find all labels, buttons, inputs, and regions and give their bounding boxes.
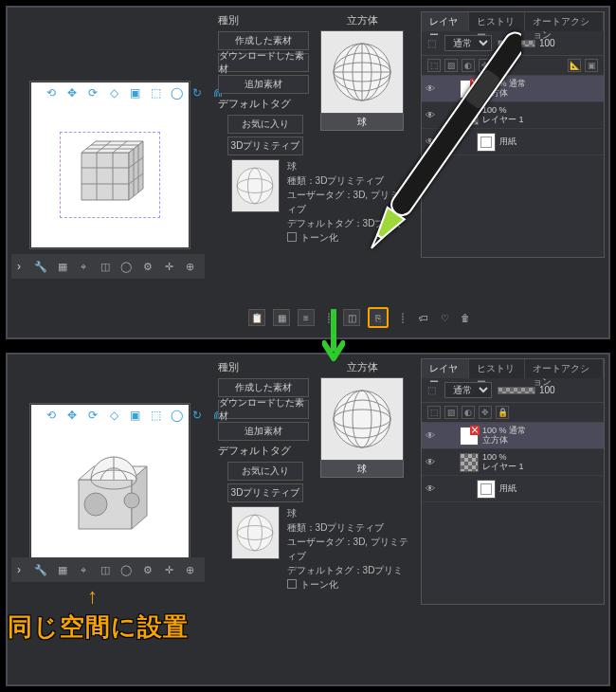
tone-checkbox[interactable] [287,579,297,589]
visibility-icon[interactable]: 👁 [426,483,439,494]
tab-autoaction[interactable]: オートアクション [525,12,604,31]
svg-point-37 [237,515,273,551]
manipulator-icon[interactable]: ⟲ [45,86,58,100]
cube-icon[interactable]: ⬚ [149,409,162,422]
3d-primitive-button[interactable]: 3Dプリミティブ [227,483,303,502]
visibility-icon[interactable]: 👁 [426,110,439,120]
layer-row-cube[interactable]: 👁 100 % 通常立方体 [422,76,604,102]
lock-pos-icon[interactable]: ✥ [479,406,492,419]
material-thumb-sphere[interactable] [320,30,404,114]
cube-icon[interactable]: ⬚ [149,86,162,100]
sphere-icon[interactable]: ◯ [170,409,183,422]
lock-pos-icon[interactable]: ✥ [479,59,492,72]
rotate-icon[interactable]: ⟳ [86,409,100,422]
action-list-icon[interactable]: ≡ [298,309,315,326]
visibility-icon[interactable]: 👁 [426,137,439,147]
blend-mode-select[interactable]: 通常 [444,382,492,398]
tool-circle-icon[interactable]: ◯ [119,259,134,274]
tool-grid-icon[interactable]: ▦ [56,562,70,577]
tool-cross-icon[interactable]: ✛ [162,259,176,274]
lock-alpha-icon[interactable]: ◐ [462,59,475,72]
favorites-button[interactable]: お気に入り [227,115,303,134]
mask-toggle-icon[interactable]: ▣ [585,59,598,72]
created-materials-button[interactable]: 作成した素材 [218,378,309,397]
action-paste-icon[interactable]: 📋 [248,309,265,326]
preview-footer[interactable]: 球 [320,114,404,131]
tool-grid-icon[interactable]: ▦ [56,259,70,274]
move-icon[interactable]: ✥ [65,86,79,100]
scale-icon[interactable]: ◇ [107,86,120,100]
action-heart-icon[interactable]: ♡ [438,309,451,326]
lock-pixel-icon[interactable]: ▨ [444,406,458,419]
svg-point-31 [124,493,139,508]
rotate-icon[interactable]: ⟳ [86,86,100,100]
tone-checkbox[interactable] [287,232,297,242]
tool-focus-icon[interactable]: ⌖ [77,562,91,577]
created-materials-button[interactable]: 作成した素材 [218,31,309,50]
tool-gear-icon[interactable]: ⚙ [141,562,155,577]
cube-with-sphere-object[interactable] [58,442,162,550]
lock-none-icon[interactable]: ⬚ [427,59,441,72]
tool-wrench-icon[interactable]: 🔧 [34,259,48,274]
opacity-slider[interactable] [498,387,535,394]
sphere-icon[interactable]: ◯ [170,86,183,100]
lock-none-icon[interactable]: ⬚ [427,406,441,419]
refresh-icon[interactable]: ↻ [190,409,204,422]
scale-icon[interactable]: ◇ [107,409,120,422]
downloaded-materials-button[interactable]: ダウンロードした素材 [218,400,309,419]
preview-footer[interactable]: 球 [320,461,404,478]
blend-mode-select[interactable]: 通常 [444,35,492,51]
move-icon[interactable]: ✥ [65,409,79,422]
lock-pixel-icon[interactable]: ▨ [444,59,458,72]
tab-history[interactable]: ヒストリー [469,12,524,31]
tool-box-icon[interactable]: ◫ [99,259,113,274]
tool-cross-icon[interactable]: ✛ [162,562,176,577]
extra-materials-button[interactable]: 追加素材 [218,75,309,94]
action-grid-icon[interactable]: ▦ [273,309,290,326]
lock-all-icon[interactable]: 🔒 [496,59,509,72]
expand-chevron[interactable]: › [11,557,27,582]
tool-globe-icon[interactable]: ⊕ [184,562,198,577]
refresh-icon[interactable]: ↻ [190,86,204,100]
layer-row-paper[interactable]: 👁 用紙 [422,129,604,155]
action-box-icon[interactable]: ◫ [343,309,360,326]
favorites-button[interactable]: お気に入り [227,462,303,481]
layer-row-layer1[interactable]: 👁 100 %レイヤー 1 [422,102,604,129]
expand-chevron[interactable]: › [11,254,27,279]
camera-icon[interactable]: ▣ [128,86,141,100]
downloaded-materials-button[interactable]: ダウンロードした素材 [218,53,309,72]
tab-layers[interactable]: レイヤー [422,359,469,378]
tab-autoaction[interactable]: オートアクション [525,359,604,378]
visibility-icon[interactable]: 👁 [426,83,439,94]
opacity-slider[interactable] [498,40,535,47]
tool-globe-icon[interactable]: ⊕ [184,259,198,274]
camera-icon[interactable]: ▣ [128,409,141,422]
visibility-icon[interactable]: 👁 [426,430,439,441]
tool-wrench-icon[interactable]: 🔧 [34,562,48,577]
tool-circle-icon[interactable]: ◯ [119,562,134,577]
tab-layers[interactable]: レイヤー [422,12,469,31]
action-tag-icon[interactable]: 🏷 [417,309,430,326]
extra-materials-button[interactable]: 追加素材 [218,422,309,441]
prop-usertag: ユーザータグ：3D, プリミティブ [287,535,413,563]
svg-point-32 [334,391,390,447]
tool-box-icon[interactable]: ◫ [99,562,113,577]
3d-primitive-button[interactable]: 3Dプリミティブ [227,137,303,155]
tool-gear-icon[interactable]: ⚙ [141,259,155,274]
add-to-scene-button[interactable]: ⎘ [368,307,389,328]
layer-row-layer1[interactable]: 👁 100 %レイヤー 1 [422,449,604,476]
tab-history[interactable]: ヒストリー [469,359,524,378]
layer-row-cube[interactable]: 👁 100 % 通常立方体 [422,423,604,449]
visibility-icon[interactable]: 👁 [426,457,439,467]
layer-row-paper[interactable]: 👁 用紙 [422,476,604,502]
cube-object[interactable] [63,124,157,223]
lock-alpha-icon[interactable]: ◐ [462,406,475,419]
canvas-preview[interactable]: ⟲ ✥ ⟳ ◇ ▣ ⬚ ◯ ↻ ⋒ [30,82,190,248]
action-trash-icon[interactable]: 🗑 [459,309,472,326]
manipulator-icon[interactable]: ⟲ [45,409,58,422]
lock-all-icon[interactable]: 🔒 [496,406,509,419]
material-thumb-sphere[interactable] [320,377,404,461]
tool-focus-icon[interactable]: ⌖ [77,259,91,274]
ruler-toggle-icon[interactable]: 📐 [568,59,581,72]
canvas-preview[interactable]: ⟲ ✥ ⟳ ◇ ▣ ⬚ ◯ ↻ ⋒ [30,404,190,571]
